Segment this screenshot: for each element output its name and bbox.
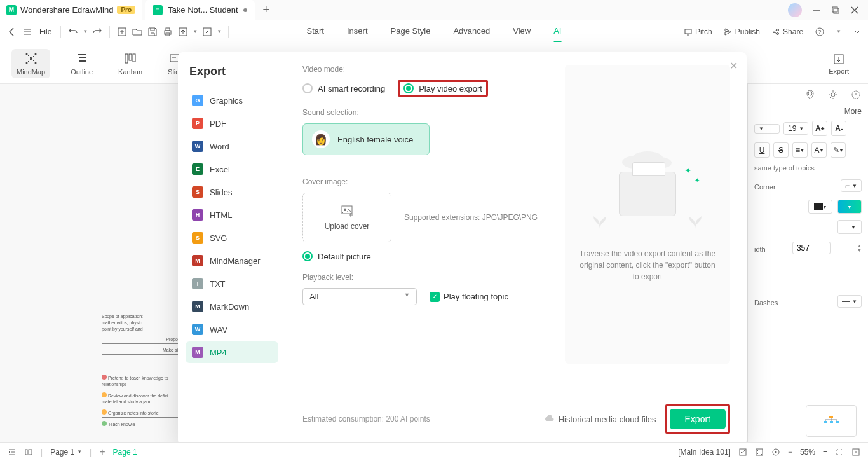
close-icon[interactable] bbox=[850, 6, 859, 15]
format-mindmanager[interactable]: MMindManager bbox=[186, 250, 278, 272]
gradient-picker[interactable]: ▼ bbox=[837, 200, 862, 214]
format-excel[interactable]: EExcel bbox=[186, 158, 278, 180]
format-html[interactable]: HHTML bbox=[186, 204, 278, 226]
voice-selection[interactable]: 👩 English female voice bbox=[302, 123, 430, 155]
play-floating-checkbox[interactable]: ✓Play floating topic bbox=[430, 292, 508, 302]
kanban-icon bbox=[123, 52, 137, 65]
format-icon: M bbox=[192, 347, 203, 358]
format-wav[interactable]: WWAV bbox=[186, 319, 278, 340]
redo-icon[interactable] bbox=[92, 26, 103, 38]
kanban-view-button[interactable]: Kanban bbox=[113, 49, 147, 78]
highlight-button[interactable]: ✎▼ bbox=[831, 142, 846, 158]
file-menu[interactable]: File bbox=[37, 27, 54, 36]
open-icon[interactable] bbox=[132, 26, 143, 38]
pro-badge: Pro bbox=[117, 6, 135, 14]
add-page-button[interactable]: + bbox=[99, 446, 105, 458]
fit-icon[interactable] bbox=[755, 448, 764, 457]
minimize-icon[interactable] bbox=[812, 6, 821, 15]
location-icon[interactable] bbox=[804, 89, 816, 100]
menu-start[interactable]: Start bbox=[307, 21, 324, 42]
align-button[interactable]: ≡▼ bbox=[792, 142, 808, 158]
page-select[interactable]: Page 1 ▼ bbox=[50, 448, 82, 457]
format-mp4[interactable]: MMP4 bbox=[186, 341, 278, 363]
app-tab: M Wondershare EdrawMind Pro bbox=[0, 0, 142, 20]
user-avatar[interactable] bbox=[788, 3, 802, 17]
playback-level-select[interactable]: All▼ bbox=[302, 288, 417, 305]
checklist-icon[interactable] bbox=[738, 448, 747, 457]
zoom-in-button[interactable]: + bbox=[823, 448, 827, 457]
new-icon[interactable] bbox=[116, 26, 128, 38]
svg-point-43 bbox=[808, 92, 812, 95]
format-word[interactable]: WWord bbox=[186, 135, 278, 157]
save-icon[interactable] bbox=[147, 26, 158, 38]
highlight-play-video: Play video export bbox=[398, 80, 488, 97]
current-page[interactable]: Page 1 bbox=[113, 448, 137, 457]
format-slides[interactable]: SSlides bbox=[186, 181, 278, 203]
fullscreen-icon[interactable] bbox=[835, 448, 844, 457]
format-graphics[interactable]: GGraphics bbox=[186, 90, 278, 111]
minimap[interactable] bbox=[806, 405, 857, 437]
underline-button[interactable]: U bbox=[754, 142, 770, 158]
export-ribbon-button[interactable]: Export bbox=[829, 52, 857, 75]
corner-select[interactable]: ⌐ ▼ bbox=[841, 179, 862, 192]
export-tb-icon[interactable] bbox=[177, 26, 189, 38]
svg-rect-66 bbox=[29, 450, 32, 455]
menu-advanced[interactable]: Advanced bbox=[453, 21, 490, 42]
add-tab-button[interactable]: + bbox=[259, 3, 274, 18]
format-pdf[interactable]: PPDF bbox=[186, 113, 278, 134]
target-icon[interactable] bbox=[771, 448, 780, 457]
undo-icon[interactable] bbox=[67, 26, 79, 38]
font-increase-button[interactable]: A+ bbox=[812, 121, 827, 136]
share-button[interactable]: Share bbox=[771, 27, 803, 36]
edit-icon[interactable] bbox=[201, 26, 213, 38]
font-size-select[interactable]: 19▼ bbox=[783, 122, 808, 135]
zoom-out-button[interactable]: − bbox=[788, 448, 792, 457]
publish-icon bbox=[724, 27, 733, 36]
width-input[interactable] bbox=[792, 242, 831, 254]
format-icon: E bbox=[192, 163, 203, 175]
maximize-icon[interactable] bbox=[831, 6, 840, 15]
cloud-files-link[interactable]: Historical media cloud files bbox=[545, 414, 656, 424]
gear-icon[interactable] bbox=[827, 89, 839, 100]
indent-icon[interactable] bbox=[8, 448, 17, 457]
unsaved-dot-icon bbox=[243, 8, 247, 12]
menu-ai[interactable]: AI bbox=[553, 21, 561, 42]
publish-button[interactable]: Publish bbox=[724, 27, 760, 36]
font-color-button[interactable]: A▼ bbox=[811, 142, 827, 158]
svg-rect-48 bbox=[830, 421, 833, 423]
export-button[interactable]: Export bbox=[670, 409, 726, 429]
collapse-panel-icon[interactable] bbox=[851, 448, 860, 457]
menu-insert[interactable]: Insert bbox=[347, 21, 368, 42]
menu-icon[interactable] bbox=[22, 26, 33, 38]
app-name: Wondershare EdrawMind bbox=[20, 5, 113, 15]
upload-cover-button[interactable]: Upload cover bbox=[302, 193, 391, 242]
back-icon[interactable] bbox=[6, 26, 18, 38]
outline-view-button[interactable]: Outline bbox=[65, 49, 98, 78]
voice-avatar-icon: 👩 bbox=[312, 130, 330, 148]
history-icon[interactable] bbox=[850, 89, 862, 100]
document-tab[interactable]: ≡ Take Not... Student bbox=[145, 0, 255, 20]
format-markdown[interactable]: MMarkDown bbox=[186, 296, 278, 317]
pitch-button[interactable]: Pitch bbox=[684, 27, 712, 36]
font-family-select[interactable]: ▼ bbox=[754, 124, 780, 134]
play-video-export-radio[interactable]: Play video export bbox=[403, 83, 482, 93]
border-color-picker[interactable]: ▼ bbox=[837, 220, 862, 234]
strikethrough-button[interactable]: S bbox=[773, 142, 789, 158]
ai-smart-recording-radio[interactable]: AI smart recording bbox=[302, 83, 385, 93]
help-icon[interactable]: ? bbox=[815, 27, 825, 37]
format-svg[interactable]: SSVG bbox=[186, 227, 278, 249]
mindmap-view-button[interactable]: MindMap bbox=[11, 49, 50, 78]
menu-view[interactable]: View bbox=[513, 21, 531, 42]
width-up[interactable]: ▲ bbox=[857, 244, 862, 248]
fill-color-picker[interactable]: ▼ bbox=[808, 200, 832, 214]
panel-icon[interactable] bbox=[24, 448, 33, 457]
print-icon[interactable] bbox=[162, 26, 173, 38]
collapse-icon[interactable] bbox=[853, 27, 862, 36]
format-txt[interactable]: TTXT bbox=[186, 273, 278, 294]
dashes-select[interactable]: — ▼ bbox=[837, 295, 862, 308]
menu-page-style[interactable]: Page Style bbox=[391, 21, 431, 42]
font-decrease-button[interactable]: A- bbox=[831, 121, 846, 136]
svg-point-70 bbox=[775, 451, 776, 453]
width-down[interactable]: ▼ bbox=[857, 248, 862, 252]
more-link[interactable]: More bbox=[754, 107, 862, 116]
